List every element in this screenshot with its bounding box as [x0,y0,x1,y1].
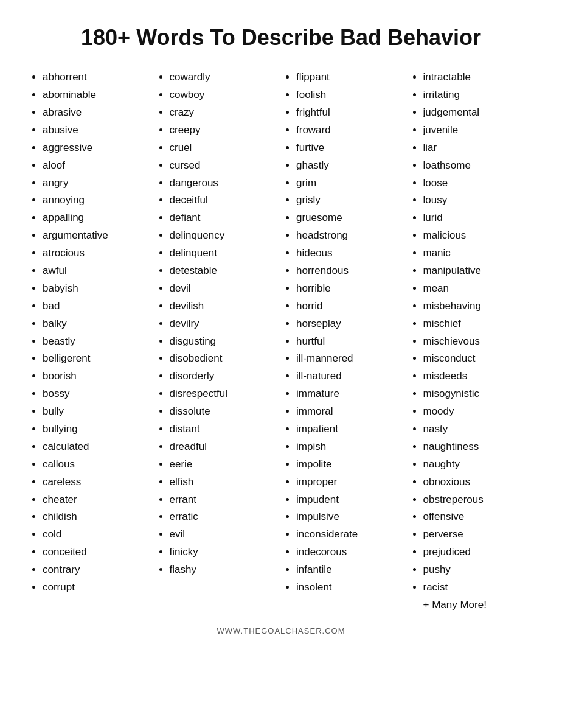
list-item: cruel [170,139,279,157]
list-item: insolent [296,579,405,597]
list-item: atrocious [43,245,151,262]
list-item: liar [423,139,532,157]
list-item: indecorous [296,544,405,561]
list-item: cowardly [170,69,279,86]
list-item: contrary [43,561,151,579]
page-title: 180+ Words To Describe Bad Behavior [30,24,532,51]
list-item: cursed [170,157,279,175]
list-item: eerie [170,456,279,474]
list-item: elfish [170,474,279,491]
list-item: naughty [423,456,532,474]
list-item: perverse [423,526,532,544]
more-label: + Many More! [411,597,532,614]
list-item: bad [43,298,151,315]
list-item: racist [423,579,532,597]
list-item: offensive [423,508,532,526]
list-item: impolite [296,456,405,474]
list-item: annoying [43,192,151,209]
list-item: detestable [170,262,279,280]
list-item: headstrong [296,227,405,245]
word-column-1: abhorrentabominableabrasiveabusiveaggres… [30,69,151,614]
list-item: impudent [296,491,405,509]
list-item: beastly [43,333,151,351]
list-item: horrid [296,298,405,315]
list-item: improper [296,474,405,491]
list-item: aloof [43,157,151,175]
list-item: misdeeds [423,368,532,385]
list-item: callous [43,456,151,474]
list-item: impulsive [296,508,405,526]
list-item: obstreperous [423,491,532,509]
list-item: corrupt [43,579,151,597]
list-item: grisly [296,192,405,209]
list-item: misconduct [423,350,532,368]
list-item: impatient [296,421,405,438]
list-item: grim [296,175,405,192]
list-item: manipulative [423,262,532,280]
list-item: pushy [423,561,532,579]
list-item: flippant [296,69,405,86]
list-item: impish [296,438,405,456]
list-item: immature [296,385,405,403]
list-item: mean [423,280,532,298]
list-item: nasty [423,421,532,438]
list-item: errant [170,491,279,509]
list-item: hideous [296,245,405,262]
list-item: loathsome [423,157,532,175]
word-column-3: flippantfoolishfrightfulfrowardfurtivegh… [284,69,405,614]
list-item: dangerous [170,175,279,192]
list-item: malicious [423,227,532,245]
list-item: abominable [43,86,151,104]
list-item: dreadful [170,438,279,456]
list-item: bully [43,403,151,421]
list-item: dissolute [170,403,279,421]
list-item: irritating [423,86,532,104]
list-item: disorderly [170,368,279,385]
list-item: careless [43,474,151,491]
list-item: childish [43,508,151,526]
list-item: defiant [170,209,279,227]
list-item: inconsiderate [296,526,405,544]
list-item: abhorrent [43,69,151,86]
list-item: devilish [170,298,279,315]
list-item: immoral [296,403,405,421]
list-item: cowboy [170,86,279,104]
list-item: abusive [43,122,151,139]
list-item: froward [296,122,405,139]
list-item: disgusting [170,333,279,351]
list-item: flashy [170,561,279,579]
list-item: devilry [170,315,279,333]
list-item: boorish [43,368,151,385]
list-item: ill-mannered [296,350,405,368]
list-item: horrible [296,280,405,298]
list-item: balky [43,315,151,333]
list-item: ghastly [296,157,405,175]
list-item: angry [43,175,151,192]
list-item: naughtiness [423,438,532,456]
list-item: misogynistic [423,385,532,403]
list-item: lousy [423,192,532,209]
list-item: disrespectful [170,385,279,403]
list-item: conceited [43,544,151,561]
list-item: crazy [170,104,279,122]
list-item: cold [43,526,151,544]
list-item: delinquency [170,227,279,245]
list-item: babyish [43,280,151,298]
list-item: judgemental [423,104,532,122]
list-item: foolish [296,86,405,104]
list-item: calculated [43,438,151,456]
list-item: erratic [170,508,279,526]
list-item: furtive [296,139,405,157]
list-item: infantile [296,561,405,579]
list-item: deceitful [170,192,279,209]
list-item: frightful [296,104,405,122]
list-item: misbehaving [423,298,532,315]
list-item: mischief [423,315,532,333]
list-item: aggressive [43,139,151,157]
list-item: finicky [170,544,279,561]
list-item: bullying [43,421,151,438]
list-item: argumentative [43,227,151,245]
list-item: distant [170,421,279,438]
list-item: disobedient [170,350,279,368]
list-item: mischievous [423,333,532,351]
